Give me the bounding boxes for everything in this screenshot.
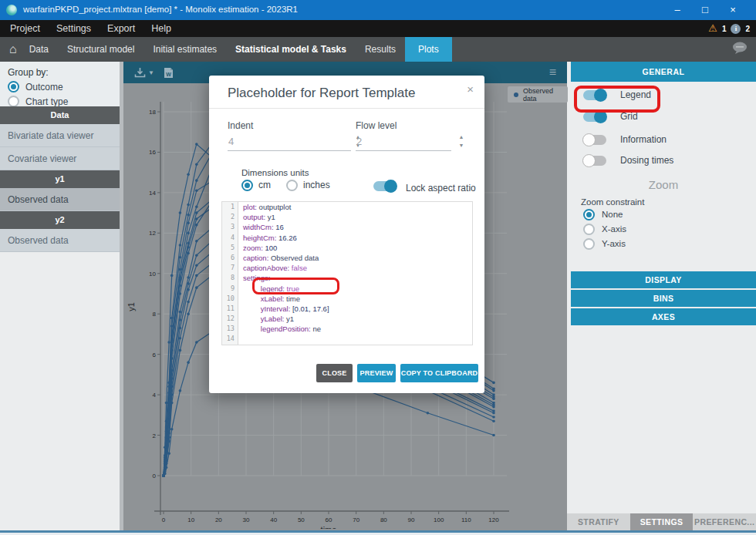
close-dialog-button[interactable]: CLOSE <box>316 364 353 382</box>
panel-header-display[interactable]: DISPLAY <box>571 271 756 288</box>
data-point <box>187 173 190 176</box>
code-key: zoom: <box>243 244 265 252</box>
dosing-times-toggle[interactable] <box>583 156 606 166</box>
group-by-option-outcome[interactable]: Outcome <box>8 81 112 93</box>
menu-settings[interactable]: Settings <box>56 23 91 34</box>
footer-tab-settings[interactable]: SETTINGS <box>630 513 694 530</box>
data-point <box>179 284 182 288</box>
data-point <box>195 163 198 166</box>
x-tick-label: 20 <box>215 516 222 523</box>
tab-statistical-model-tasks[interactable]: Statistical model & Tasks <box>226 37 356 62</box>
x-axis-label: time <box>321 525 337 529</box>
radio-button[interactable] <box>583 209 595 220</box>
sidebar-item-observed-data[interactable]: Observed data <box>0 188 120 211</box>
flow-spinner-up-icon[interactable]: ▲ <box>457 134 465 140</box>
preview-button[interactable]: PREVIEW <box>357 364 396 382</box>
code-line-content: settings: <box>238 273 270 283</box>
code-value: false <box>292 264 307 272</box>
sidebar-header-data: Data <box>0 106 120 124</box>
code-line-number: 4 <box>222 233 238 243</box>
zoom-constraint-x-axis[interactable]: X-axis <box>583 223 626 235</box>
panel-header-bins[interactable]: BINS <box>571 290 756 307</box>
zoom-constraint-y-axis[interactable]: Y-axis <box>583 237 626 250</box>
export-caret-icon[interactable]: ▼ <box>148 69 154 76</box>
app-window: warfarinPKPD_project.mlxtran [demo] * - … <box>0 0 756 535</box>
menu-export[interactable]: Export <box>107 23 135 34</box>
footer-tab-stratify[interactable]: STRATIFY <box>567 513 630 530</box>
code-line-number: 12 <box>222 314 238 324</box>
warning-count: 1 <box>722 25 727 33</box>
code-key: output: <box>243 213 268 221</box>
dialog-close-icon[interactable]: × <box>467 82 474 96</box>
code-value: 16.26 <box>278 234 297 242</box>
sidebar-item-covariate-viewer[interactable]: Covariate viewer <box>0 147 120 170</box>
radio-button[interactable] <box>8 81 19 93</box>
constraint-option-label: None <box>602 210 623 219</box>
panel-header-general[interactable]: GENERAL <box>571 62 756 82</box>
plot-menu-icon[interactable]: ≡ <box>549 66 556 79</box>
minimize-button[interactable]: – <box>665 0 690 20</box>
data-point <box>187 361 190 364</box>
tab-plots[interactable]: Plots <box>405 37 452 62</box>
template-code-block[interactable]: 1plot: outputplot2output: y13widthCm: 16… <box>221 201 473 345</box>
code-line-number: 10 <box>222 294 238 304</box>
legend-toggle[interactable] <box>583 90 606 100</box>
x-tick-label: 80 <box>380 516 387 523</box>
menu-help[interactable]: Help <box>151 23 171 34</box>
warning-icon[interactable]: ⚠ <box>708 20 717 37</box>
panel-footer-tabs: STRATIFYSETTINGSPREFERENC... <box>567 513 756 530</box>
units-option-cm[interactable]: cm <box>241 179 271 191</box>
flow-spinner-down-icon[interactable]: ▼ <box>457 143 465 149</box>
radio-button[interactable] <box>8 96 19 107</box>
code-line-content: legend: true <box>238 284 299 294</box>
chat-icon[interactable] <box>731 42 748 57</box>
code-line-number: 5 <box>222 243 238 253</box>
maximize-button[interactable]: □ <box>693 0 717 20</box>
information-toggle[interactable] <box>583 135 606 145</box>
sidebar-item-bivariate-data-viewer[interactable]: Bivariate data viewer <box>0 124 120 147</box>
tab-structural-model[interactable]: Structural model <box>58 37 143 62</box>
export-image-icon[interactable] <box>134 67 146 78</box>
legend-label: Observed data <box>523 87 568 103</box>
flow-level-input[interactable]: 2 <box>356 136 362 147</box>
code-line-number: 11 <box>222 304 238 314</box>
code-line: 6caption: Observed data <box>222 253 472 263</box>
code-line: 3widthCm: 16 <box>222 222 472 232</box>
code-line-content: captionAbove: false <box>238 263 307 273</box>
radio-button[interactable] <box>583 238 595 250</box>
export-word-icon[interactable]: W <box>164 67 174 79</box>
radio-button[interactable] <box>583 224 595 235</box>
home-icon[interactable]: ⌂ <box>9 37 17 62</box>
grid-toggle[interactable] <box>583 112 606 122</box>
indent-input[interactable]: 4 <box>228 136 234 147</box>
info-icon[interactable]: i <box>731 24 741 34</box>
data-point <box>170 325 174 328</box>
close-button[interactable]: × <box>721 0 745 20</box>
radio-button[interactable] <box>241 180 253 191</box>
group-by-option-chart-type[interactable]: Chart type <box>8 96 112 107</box>
sidebar-header-y2: y2 <box>0 211 120 229</box>
units-option-inches[interactable]: inches <box>286 179 330 191</box>
titlebar: warfarinPKPD_project.mlxtran [demo] * - … <box>0 0 756 20</box>
data-point <box>195 143 198 146</box>
footer-tab-preferenc[interactable]: PREFERENC... <box>693 513 756 530</box>
lock-aspect-ratio-toggle[interactable] <box>373 181 397 191</box>
tab-initial-estimates[interactable]: Initial estimates <box>143 37 226 62</box>
panel-header-axes[interactable]: AXES <box>571 308 756 325</box>
tab-results[interactable]: Results <box>356 37 405 62</box>
code-value: outputplot <box>259 203 292 211</box>
code-line-highlighted: 9legend: true <box>222 284 472 294</box>
x-tick-label: 50 <box>298 516 305 523</box>
sidebar-item-observed-data[interactable]: Observed data <box>0 229 120 252</box>
code-value: true <box>287 284 299 293</box>
toggle-knob <box>594 89 607 102</box>
app-icon <box>6 5 17 15</box>
code-line-content: plot: outputplot <box>238 202 291 212</box>
toggle-row-legend: Legend <box>583 88 651 102</box>
radio-button[interactable] <box>286 180 298 191</box>
tab-data[interactable]: Data <box>20 37 58 62</box>
zoom-constraint-none[interactable]: None <box>583 208 623 220</box>
copy-to-clipboard-button[interactable]: COPY TO CLIPBOARD <box>400 364 478 382</box>
x-tick-label: 90 <box>408 516 415 523</box>
menu-project[interactable]: Project <box>10 23 40 34</box>
